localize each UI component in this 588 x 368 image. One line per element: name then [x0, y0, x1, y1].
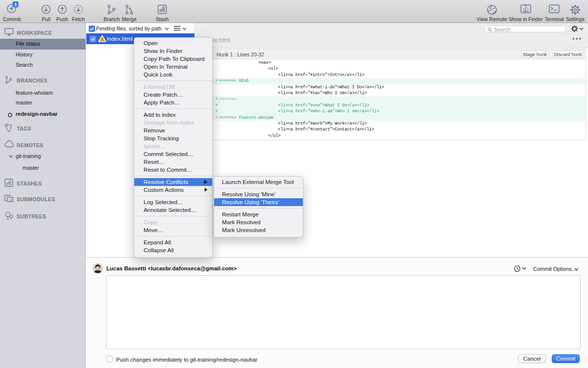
svg-text:1: 1 [14, 1, 17, 7]
